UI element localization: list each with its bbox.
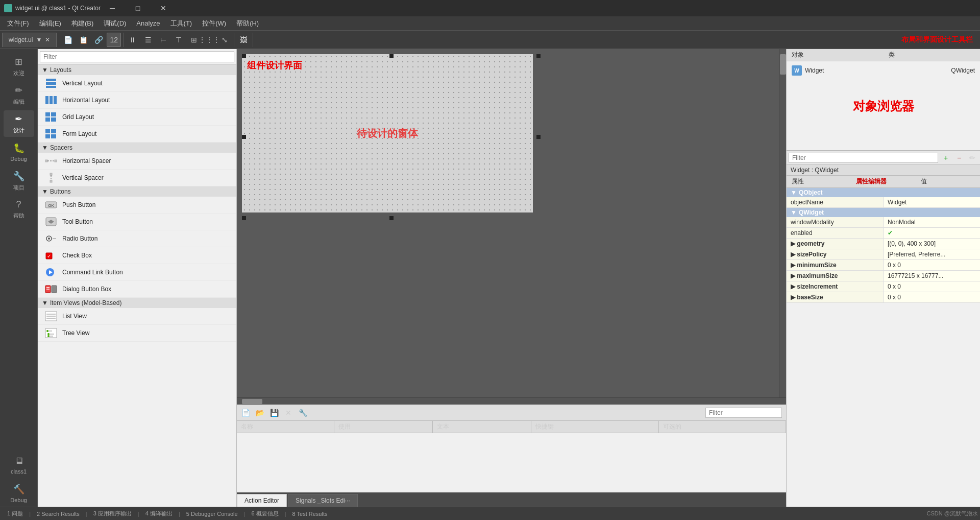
sb-tab-compile[interactable]: 4 编译输出 bbox=[140, 509, 178, 518]
tb-btn-4[interactable]: 12 bbox=[107, 33, 121, 47]
mode-help[interactable]: ? 帮助 bbox=[4, 196, 34, 223]
maximize-button[interactable]: □ bbox=[126, 0, 150, 16]
menu-build[interactable]: 构建(B) bbox=[66, 17, 99, 30]
pe-row-sizepolicy[interactable]: ▶ sizePolicy [Preferred, Preferre... bbox=[787, 249, 980, 260]
pe-add-btn[interactable]: + bbox=[940, 152, 951, 163]
pe-row-geometry[interactable]: ▶ geometry [(0, 0), 400 x 300] bbox=[787, 239, 980, 249]
sb-tab-summary[interactable]: 6 概要信息 bbox=[247, 509, 284, 518]
canvas-handle-bl[interactable] bbox=[242, 216, 246, 220]
pe-row-windowmodality[interactable]: windowModality NonModal bbox=[787, 217, 980, 228]
minimize-button[interactable]: ─ bbox=[101, 0, 124, 16]
pe-prop-windowmodality: windowModality bbox=[787, 217, 884, 227]
tb-preview[interactable]: 🖼 bbox=[236, 33, 251, 47]
category-spacers[interactable]: ▼ Spacers bbox=[38, 143, 236, 153]
category-layouts[interactable]: ▼ Layouts bbox=[38, 65, 236, 75]
menu-tools[interactable]: 工具(T) bbox=[165, 17, 198, 30]
menu-help[interactable]: 帮助(H) bbox=[231, 17, 264, 30]
canvas-handle-tm[interactable] bbox=[389, 54, 394, 58]
tb-btn-1[interactable]: 📄 bbox=[61, 33, 75, 47]
tree-view-label: Tree View bbox=[62, 329, 89, 337]
pe-row-enabled[interactable]: enabled ✔ bbox=[787, 228, 980, 239]
tb-align2[interactable]: ☰ bbox=[141, 33, 155, 47]
pe-remove-btn[interactable]: − bbox=[953, 152, 965, 163]
close-button[interactable]: ✕ bbox=[152, 0, 175, 16]
canvas-handle-mr[interactable] bbox=[536, 135, 541, 139]
widget-horizontal-layout[interactable]: Horizontal Layout bbox=[38, 92, 236, 109]
menu-edit[interactable]: 编辑(E) bbox=[34, 17, 66, 30]
mode-debug2[interactable]: 🔨 Debug bbox=[4, 480, 34, 507]
category-buttons[interactable]: ▼ Buttons bbox=[38, 186, 236, 197]
tab-signals-slots[interactable]: Signals _Slots Edi··· bbox=[288, 494, 358, 507]
widget-command-link-button[interactable]: Command Link Button bbox=[38, 264, 236, 281]
sb-tab-test[interactable]: 8 Test Results bbox=[287, 510, 333, 518]
canvas-widget[interactable]: 待设计的窗体 bbox=[242, 54, 533, 212]
sb-tab-search[interactable]: 2 Search Results bbox=[32, 510, 85, 518]
mode-debug[interactable]: 🐛 Debug bbox=[4, 139, 34, 166]
scrollbar-thumb-h[interactable] bbox=[242, 399, 262, 404]
canvas-handle-bm[interactable] bbox=[389, 216, 394, 220]
canvas-handle-tr[interactable] bbox=[536, 54, 541, 58]
ae-filter-input[interactable] bbox=[705, 408, 782, 418]
menu-analyze[interactable]: Analyze bbox=[131, 17, 165, 29]
tb-align3[interactable]: ⊢ bbox=[156, 33, 170, 47]
menu-file[interactable]: 文件(F) bbox=[2, 17, 34, 30]
canvas-scrollbar-v[interactable] bbox=[779, 49, 786, 397]
ae-save-btn[interactable]: 💾 bbox=[267, 407, 281, 419]
svg-rect-0 bbox=[46, 79, 56, 81]
doc-tab-close[interactable]: ✕ bbox=[45, 36, 50, 43]
svg-rect-3 bbox=[45, 96, 48, 104]
pe-row-maximumsize[interactable]: ▶ maximumSize 16777215 x 16777... bbox=[787, 271, 980, 281]
widget-horizontal-spacer[interactable]: Horizontal Spacer bbox=[38, 153, 236, 170]
pe-row-minimumsize[interactable]: ▶ minimumSize 0 x 0 bbox=[787, 260, 980, 271]
mode-design[interactable]: ✒ 设计 bbox=[4, 110, 34, 137]
sb-tab-debugger[interactable]: 5 Debugger Console bbox=[181, 510, 243, 518]
menu-controls[interactable]: 控件(W) bbox=[197, 17, 231, 30]
tb-align7[interactable]: ⤡ bbox=[217, 33, 232, 47]
ob-item-widget[interactable]: W Widget QWidget bbox=[789, 63, 978, 78]
widget-tree-view[interactable]: Tree View bbox=[38, 325, 236, 342]
tab-action-editor[interactable]: Action Editor bbox=[237, 494, 287, 507]
widget-dialog-button-box[interactable]: Dialog Button Box bbox=[38, 281, 236, 298]
canvas-handle-ml[interactable] bbox=[242, 135, 246, 139]
mode-edit[interactable]: ✏ 编辑 bbox=[4, 82, 34, 108]
sb-tab-app-output[interactable]: 3 应用程序输出 bbox=[88, 509, 137, 518]
ae-open-btn[interactable]: 📂 bbox=[253, 407, 266, 419]
svg-rect-1 bbox=[46, 82, 56, 85]
canvas-scrollbar-h[interactable] bbox=[237, 397, 786, 405]
pe-row-objectname[interactable]: objectName Widget bbox=[787, 197, 980, 208]
mode-welcome[interactable]: ⊞ 欢迎 bbox=[4, 53, 34, 80]
canvas-handle-tl[interactable] bbox=[242, 54, 246, 58]
tb-align4[interactable]: ⊤ bbox=[172, 33, 186, 47]
widget-tool-button[interactable]: Tool Button bbox=[38, 214, 236, 230]
widget-search-input[interactable] bbox=[40, 51, 234, 62]
toolbar-label-overlay: 布局和界面设计工具栏 bbox=[901, 35, 978, 44]
tb-btn-3[interactable]: 🔗 bbox=[91, 33, 106, 47]
widget-check-box[interactable]: ✓ Check Box bbox=[38, 247, 236, 264]
category-item-views[interactable]: ▼ Item Views (Model-Based) bbox=[38, 298, 236, 308]
widget-vertical-spacer[interactable]: Vertical Spacer bbox=[38, 170, 236, 186]
mode-project[interactable]: 🔧 项目 bbox=[4, 168, 34, 194]
tb-btn-2[interactable]: 📋 bbox=[76, 33, 90, 47]
menu-debug[interactable]: 调试(D) bbox=[99, 17, 131, 30]
doc-tab-arrow[interactable]: ▼ bbox=[36, 36, 42, 43]
pe-row-sizeincrement[interactable]: ▶ sizeIncrement 0 x 0 bbox=[787, 281, 980, 292]
canvas-container[interactable]: 组件设计界面 待设计的窗体 bbox=[237, 49, 786, 397]
mode-class1[interactable]: 🖥 class1 bbox=[4, 452, 34, 478]
widget-form-layout[interactable]: Form Layout bbox=[38, 126, 236, 143]
ae-delete-btn[interactable]: ✕ bbox=[282, 407, 295, 419]
edit-icon: ✏ bbox=[15, 85, 22, 96]
ae-new-btn[interactable]: 📄 bbox=[239, 407, 252, 419]
widget-push-button[interactable]: OK Push Button bbox=[38, 197, 236, 214]
scrollbar-thumb-v[interactable] bbox=[780, 54, 786, 75]
sb-tab-problems[interactable]: 1 问题 bbox=[2, 509, 28, 518]
widget-vertical-layout[interactable]: Vertical Layout bbox=[38, 75, 236, 92]
pe-filter-input[interactable] bbox=[789, 153, 938, 163]
widget-radio-button[interactable]: Radio Button bbox=[38, 230, 236, 247]
tb-align1[interactable]: ⏸ bbox=[126, 33, 140, 47]
widget-grid-layout[interactable]: Grid Layout bbox=[38, 109, 236, 126]
tb-align6[interactable]: ⋮⋮⋮ bbox=[202, 33, 216, 47]
pe-row-basesize[interactable]: ▶ baseSize 0 x 0 bbox=[787, 292, 980, 303]
ae-edit-btn[interactable]: 🔧 bbox=[296, 407, 309, 419]
pe-edit-btn[interactable]: ✏ bbox=[967, 152, 978, 163]
widget-list-view[interactable]: List View bbox=[38, 308, 236, 325]
